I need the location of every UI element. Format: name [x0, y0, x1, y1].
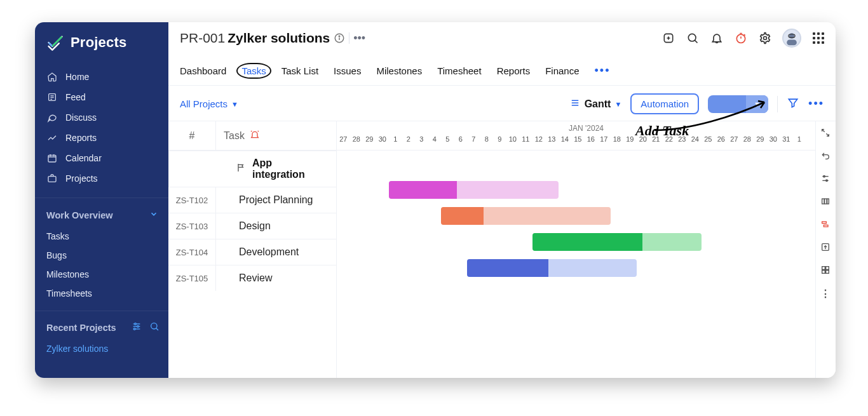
day-cell: 28 — [350, 133, 363, 145]
svg-rect-4 — [48, 155, 56, 162]
task-row[interactable]: ZS-T102 Project Planning — [168, 187, 336, 213]
avatar[interactable] — [782, 29, 801, 48]
day-cell: 5 — [441, 133, 454, 145]
top-icons — [661, 29, 825, 48]
sidebar: Projects Home Feed Discuss — [35, 22, 168, 378]
task-row[interactable]: ZS-T103 Design — [168, 213, 336, 239]
kebab-icon[interactable]: ⋮ — [820, 288, 832, 299]
task-id: ZS-T103 — [168, 213, 216, 239]
grid-icon[interactable] — [820, 265, 832, 276]
svg-point-29 — [764, 37, 767, 40]
main: PR-001 Zylker solutions ••• — [168, 22, 836, 378]
day-cell: 27 — [728, 133, 741, 145]
brand-title: Projects — [71, 34, 126, 51]
sliders-icon[interactable] — [820, 173, 832, 185]
tab-reports[interactable]: Reports — [497, 65, 531, 76]
day-cell: 13 — [545, 133, 559, 145]
gantt-bar[interactable] — [467, 259, 637, 277]
work-overview-header[interactable]: Work Overview — [35, 198, 168, 227]
view-switcher[interactable]: Gantt ▼ — [569, 97, 622, 111]
breadcrumb-name: Zylker solutions — [227, 30, 330, 46]
expand-icon[interactable] — [820, 128, 832, 139]
tabs-more-icon[interactable]: ••• — [595, 64, 611, 77]
tab-issues[interactable]: Issues — [334, 65, 361, 76]
home-icon — [46, 72, 58, 82]
day-cell: 26 — [715, 133, 728, 145]
caret-down-icon[interactable]: ▼ — [746, 95, 768, 113]
svg-rect-8 — [48, 177, 56, 182]
overview-item-bugs[interactable]: Bugs — [35, 246, 168, 265]
overview-item-milestones[interactable]: Milestones — [35, 265, 168, 284]
task-name: Development — [216, 239, 336, 265]
tab-timesheet[interactable]: Timesheet — [437, 65, 481, 76]
timer-icon[interactable] — [734, 31, 748, 45]
overview-item-timesheets[interactable]: Timesheets — [35, 284, 168, 303]
info-icon[interactable] — [334, 32, 345, 44]
more-icon[interactable]: ••• — [353, 32, 365, 45]
task-group-row[interactable]: App integration — [168, 151, 336, 187]
nav-projects[interactable]: Projects — [35, 168, 168, 189]
gear-icon[interactable] — [758, 31, 772, 45]
gantt-chart[interactable]: JAN '2024 272829301234567891011121314151… — [337, 121, 836, 378]
gantt-bar[interactable] — [532, 233, 702, 251]
nav-label: Feed — [65, 92, 86, 102]
tab-dashboard[interactable]: Dashboard — [180, 65, 226, 76]
all-projects-dropdown[interactable]: All Projects ▼ — [180, 98, 238, 109]
gantt-bar[interactable] — [389, 181, 559, 199]
add-icon[interactable] — [661, 31, 675, 45]
day-cell: 21 — [649, 133, 663, 145]
svg-point-15 — [151, 323, 157, 329]
more-icon[interactable]: ••• — [808, 97, 824, 111]
project-tabs: Dashboard Tasks Task List Issues Milesto… — [180, 57, 825, 85]
tab-tasks[interactable]: Tasks — [241, 65, 266, 76]
search-icon[interactable] — [686, 31, 700, 45]
day-cell: 29 — [754, 133, 767, 145]
apps-icon[interactable] — [811, 31, 825, 45]
nav-label: Reports — [65, 133, 97, 143]
task-row[interactable]: ZS-T104 Development — [168, 239, 336, 265]
undo-icon[interactable] — [820, 151, 832, 162]
sliders-icon[interactable] — [132, 321, 142, 333]
svg-point-23 — [688, 34, 696, 41]
svg-rect-51 — [822, 271, 825, 274]
nav-feed[interactable]: Feed — [35, 87, 168, 107]
milestone-icon — [236, 163, 246, 175]
day-cell: 23 — [675, 133, 689, 145]
group-title: App integration — [252, 158, 327, 180]
gantt-bar[interactable] — [441, 207, 611, 225]
filter-icon[interactable] — [787, 97, 799, 112]
svg-point-13 — [137, 326, 139, 328]
gantt-bar-progress — [389, 181, 457, 199]
bell-icon[interactable] — [710, 31, 724, 45]
day-cell: 12 — [532, 133, 546, 145]
day-cell: 3 — [415, 133, 428, 145]
day-cell: 14 — [559, 133, 572, 145]
recent-projects-header: Recent Projects — [35, 311, 168, 340]
automation-button[interactable]: Automation — [630, 93, 699, 114]
search-icon[interactable] — [149, 321, 159, 333]
nav-reports[interactable]: Reports — [35, 128, 168, 148]
tab-milestones[interactable]: Milestones — [376, 65, 422, 76]
day-cell: 17 — [597, 133, 611, 145]
alarm-icon[interactable] — [250, 130, 260, 142]
tab-tasklist[interactable]: Task List — [281, 65, 318, 76]
overview-item-tasks[interactable]: Tasks — [35, 227, 168, 246]
export-icon[interactable] — [820, 242, 832, 253]
gantt-row — [337, 203, 836, 229]
gantt-area: # Task App integration ZS-T102 — [168, 121, 836, 378]
task-id: ZS-T102 — [168, 187, 216, 213]
divider — [777, 96, 778, 112]
task-row[interactable]: ZS-T105 Review — [168, 265, 336, 291]
recent-project-zylker[interactable]: Zylker solutions — [35, 340, 168, 360]
svg-rect-50 — [825, 267, 829, 270]
tab-finance[interactable]: Finance — [545, 65, 579, 76]
columns-icon[interactable] — [820, 196, 832, 208]
nav-calendar[interactable]: Calendar — [35, 148, 168, 168]
day-cell: 28 — [741, 133, 754, 145]
day-cell: 30 — [376, 133, 390, 145]
nav-home[interactable]: Home — [35, 67, 168, 87]
baseline-icon[interactable] — [820, 219, 832, 231]
add-task-button[interactable]: ▼ — [708, 95, 768, 113]
month-label: JAN '2024 — [337, 121, 836, 133]
nav-discuss[interactable]: Discuss — [35, 107, 168, 128]
